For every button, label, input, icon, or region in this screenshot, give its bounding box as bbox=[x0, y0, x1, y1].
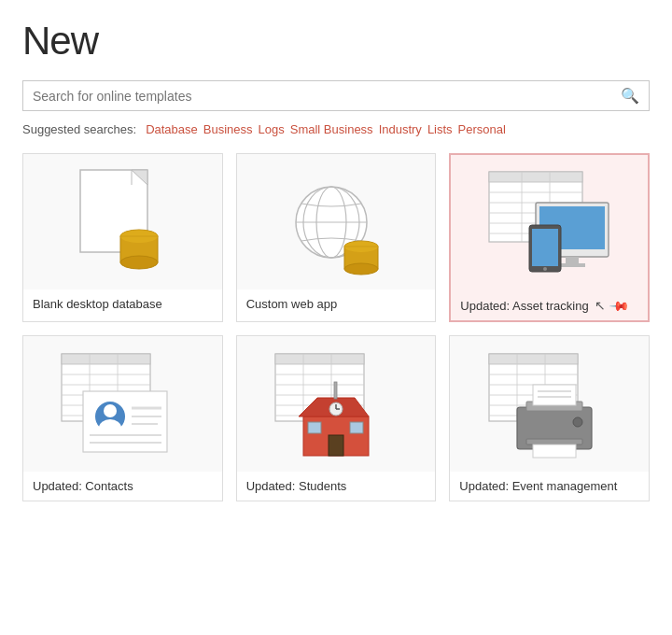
template-label-students: Updated: Students bbox=[237, 472, 436, 501]
suggested-label: Suggested searches: bbox=[22, 122, 136, 136]
suggested-searches: Suggested searches: Database Business Lo… bbox=[22, 122, 650, 136]
suggested-link-personal[interactable]: Personal bbox=[458, 122, 506, 136]
template-label-blank-db: Blank desktop database bbox=[23, 289, 222, 318]
cursor-icon: ↖ bbox=[595, 298, 606, 313]
template-thumb-asset-tracking bbox=[451, 155, 648, 290]
search-bar: 🔍 bbox=[22, 80, 650, 111]
svg-point-13 bbox=[344, 263, 378, 275]
template-label-event-mgmt: Updated: Event management bbox=[450, 472, 649, 501]
suggested-link-lists[interactable]: Lists bbox=[427, 122, 453, 136]
pin-icon[interactable]: 📌 bbox=[608, 294, 629, 316]
suggested-link-small-business[interactable]: Small Business bbox=[290, 122, 373, 136]
svg-point-43 bbox=[99, 419, 121, 436]
svg-rect-32 bbox=[62, 354, 150, 364]
template-thumb-blank-db bbox=[23, 154, 222, 289]
suggested-link-logs[interactable]: Logs bbox=[259, 122, 285, 136]
svg-rect-61 bbox=[308, 422, 321, 433]
template-thumb-event-mgmt bbox=[450, 336, 649, 472]
svg-rect-27 bbox=[559, 263, 585, 267]
svg-rect-29 bbox=[532, 229, 558, 266]
page-container: New 🔍 Suggested searches: Database Busin… bbox=[0, 0, 672, 520]
search-icon[interactable]: 🔍 bbox=[621, 87, 639, 105]
template-card-students[interactable]: Updated: Students bbox=[236, 335, 437, 501]
template-thumb-students bbox=[237, 336, 436, 472]
svg-rect-78 bbox=[533, 385, 576, 405]
template-card-blank-db[interactable]: Blank desktop database bbox=[22, 153, 223, 322]
svg-rect-50 bbox=[275, 354, 364, 364]
template-card-custom-web[interactable]: Custom web app bbox=[236, 153, 437, 322]
svg-rect-26 bbox=[566, 257, 579, 264]
template-label-asset-tracking: Updated: Asset tracking ↖ 📌 bbox=[451, 290, 648, 320]
svg-point-30 bbox=[543, 267, 547, 271]
search-input[interactable] bbox=[33, 89, 621, 104]
suggested-link-business[interactable]: Business bbox=[203, 122, 253, 136]
svg-rect-81 bbox=[526, 439, 582, 444]
templates-grid: Blank desktop database bbox=[22, 153, 650, 501]
svg-rect-68 bbox=[489, 354, 578, 364]
page-title: New bbox=[22, 19, 650, 64]
template-card-event-mgmt[interactable]: Updated: Event management bbox=[449, 335, 650, 501]
svg-rect-60 bbox=[329, 435, 343, 456]
svg-point-5 bbox=[120, 256, 158, 269]
template-thumb-contacts bbox=[23, 336, 222, 472]
svg-rect-63 bbox=[334, 382, 337, 399]
svg-rect-62 bbox=[350, 422, 363, 433]
suggested-link-industry[interactable]: Industry bbox=[379, 122, 422, 136]
template-card-asset-tracking[interactable]: Updated: Asset tracking ↖ 📌 bbox=[449, 153, 650, 322]
svg-point-6 bbox=[120, 230, 158, 243]
template-label-contacts: Updated: Contacts bbox=[23, 472, 222, 501]
template-card-contacts[interactable]: Updated: Contacts bbox=[22, 335, 223, 501]
svg-rect-82 bbox=[533, 444, 576, 458]
svg-point-42 bbox=[104, 404, 117, 417]
svg-rect-16 bbox=[489, 172, 582, 182]
svg-point-14 bbox=[344, 241, 378, 252]
suggested-link-database[interactable]: Database bbox=[146, 122, 198, 136]
svg-point-83 bbox=[573, 417, 582, 427]
template-label-custom-web: Custom web app bbox=[237, 289, 436, 318]
template-thumb-custom-web bbox=[237, 154, 436, 289]
